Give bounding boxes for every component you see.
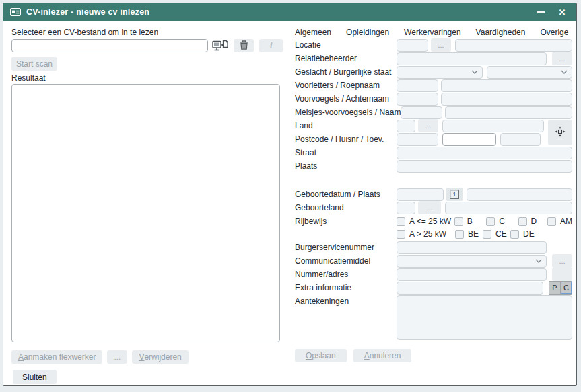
plaats-input[interactable] — [397, 160, 572, 173]
move-icon — [555, 126, 566, 139]
minimize-icon — [537, 11, 545, 13]
trash-icon — [240, 40, 248, 52]
flexworker-more-button[interactable]: ... — [107, 350, 127, 364]
tab-vaardigheden[interactable]: Vaardigheden — [476, 28, 526, 37]
extra-informatie-label: Extra informatie — [295, 282, 397, 294]
locatie-lookup-button[interactable]: ... — [431, 38, 451, 52]
tab-werkervaringen[interactable]: Werkervaringen — [404, 28, 460, 37]
delete-button[interactable]: Verwijderen — [132, 350, 188, 364]
cv-inlezer-window: CV-inlezer - nieuwe cv inlezen ✕ Selecte… — [3, 3, 577, 386]
button-label: anmaken flexwerker — [24, 352, 96, 362]
roepnaam-input[interactable] — [441, 79, 572, 92]
checkbox-a-25kw-plus[interactable] — [397, 230, 405, 239]
communicatiemiddel-more-button[interactable]: ... — [552, 254, 572, 268]
checkbox-label: D — [531, 217, 537, 226]
land-code-input[interactable] — [397, 120, 415, 132]
result-textarea[interactable] — [11, 84, 280, 342]
geboorteland-naam-input[interactable] — [445, 202, 572, 214]
locatie-label: Locatie — [295, 39, 397, 51]
nummer-adres-action-button[interactable] — [552, 268, 572, 281]
button-label: nnuleren — [370, 351, 401, 360]
meisjesnaam-input[interactable] — [445, 106, 572, 119]
postcode-input[interactable] — [397, 133, 438, 146]
geboortedatum-label: Geboortedatum / Plaats — [295, 188, 397, 200]
bsn-label: Burgerservicenummer — [295, 241, 397, 253]
relatiebeheerder-label: Relatiebeheerder — [295, 52, 397, 65]
form-row-communicatiemiddel: Communicatiemiddel ... — [295, 255, 572, 267]
checkbox-be[interactable] — [455, 230, 464, 239]
form-row-aantekeningen: Aantekeningen — [295, 295, 572, 340]
tab-algemeen[interactable]: Algemeen — [295, 28, 331, 37]
straat-label: Straat — [295, 147, 397, 159]
checkbox-ce[interactable] — [483, 230, 491, 239]
burgerlijke-staat-select[interactable] — [487, 66, 572, 79]
toevoeging-input[interactable] — [500, 133, 541, 146]
geboorteplaats-input[interactable] — [467, 188, 572, 201]
form-row-land: Land ... — [295, 120, 572, 132]
locatie-code-input[interactable] — [397, 39, 428, 52]
checkbox-label: A > 25 kW — [409, 229, 446, 239]
close-row: Sluiten — [11, 370, 283, 384]
right-actions-row: Opslaan Annuleren — [295, 349, 572, 362]
nummer-adres-input[interactable] — [397, 268, 547, 281]
minimize-button[interactable] — [535, 6, 547, 18]
plaats-label: Plaats — [295, 160, 397, 172]
huisnr-input[interactable] — [442, 133, 496, 146]
voorletters-input[interactable] — [397, 79, 438, 92]
geboorteland-lookup-button[interactable]: ... — [418, 201, 441, 214]
pc-button-group: P C — [549, 281, 572, 295]
relatiebeheerder-lookup-button[interactable]: ... — [552, 52, 572, 65]
left-panel: Selecteer een CV-bestand om in te lezen — [11, 28, 283, 384]
chevron-down-icon — [535, 259, 542, 263]
accesskey: S — [22, 373, 28, 382]
land-lookup-button[interactable]: ... — [418, 119, 438, 132]
geboortedatum-input[interactable] — [397, 188, 444, 201]
button-label: luiten — [28, 373, 47, 382]
opslaan-button[interactable]: Opslaan — [295, 349, 347, 362]
geslacht-label: Geslacht / Burgerlijke staat — [295, 66, 397, 78]
button-label: erwijderen — [144, 352, 181, 362]
accesskey: V — [139, 352, 144, 362]
checkbox-am[interactable] — [547, 217, 556, 226]
info-button[interactable]: i — [259, 39, 283, 52]
checkbox-d[interactable] — [518, 217, 527, 226]
straat-input[interactable] — [397, 147, 572, 159]
land-naam-input[interactable] — [442, 120, 544, 132]
datepicker-button[interactable]: 1 — [446, 188, 463, 201]
p-button[interactable]: P — [549, 282, 561, 294]
geslacht-select[interactable] — [397, 66, 483, 79]
aantekeningen-label: Aantekeningen — [295, 295, 397, 307]
delete-file-button[interactable] — [234, 39, 254, 52]
extra-informatie-input[interactable] — [397, 282, 543, 295]
window-close-button[interactable]: ✕ — [556, 6, 568, 18]
communicatiemiddel-select[interactable] — [397, 255, 547, 268]
locatie-naam-input[interactable] — [455, 39, 572, 52]
import-file-icon[interactable] — [212, 40, 228, 52]
voorvoegels-input[interactable] — [397, 93, 438, 106]
c-button[interactable]: C — [561, 282, 572, 294]
create-flexworker-button[interactable]: Aanmaken flexwerker — [11, 350, 102, 364]
achternaam-input[interactable] — [441, 93, 572, 106]
aantekeningen-textarea[interactable] — [397, 295, 572, 340]
checkbox-c[interactable] — [486, 217, 495, 226]
relatiebeheerder-input[interactable] — [397, 52, 547, 65]
form-row-relatiebeheerder: Relatiebeheerder ... — [295, 52, 572, 65]
form-row-geslacht: Geslacht / Burgerlijke staat — [295, 66, 572, 78]
start-scan-button[interactable]: Start scan — [11, 57, 57, 71]
checkbox-label: AM — [560, 217, 572, 226]
tab-opleidingen[interactable]: Opleidingen — [346, 28, 389, 37]
move-address-button[interactable] — [548, 120, 572, 145]
tab-overige[interactable]: Overige — [540, 28, 568, 37]
annuleren-button[interactable]: Annuleren — [353, 349, 412, 362]
cv-file-input[interactable] — [11, 39, 208, 52]
sluiten-button[interactable]: Sluiten — [13, 370, 57, 384]
checkbox-de[interactable] — [510, 230, 519, 239]
form-row-locatie: Locatie ... — [295, 39, 572, 51]
rijbewijs-row-2: A > 25 kW BE CE DE — [397, 228, 572, 240]
meisjes-voorvoegsels-input[interactable] — [401, 106, 442, 119]
checkbox-b[interactable] — [454, 217, 463, 226]
checkbox-a-25kw-max[interactable] — [397, 217, 405, 226]
bsn-input[interactable] — [397, 241, 547, 254]
geboorteland-code-input[interactable] — [397, 202, 415, 214]
titlebar[interactable]: CV-inlezer - nieuwe cv inlezen ✕ — [3, 3, 576, 21]
